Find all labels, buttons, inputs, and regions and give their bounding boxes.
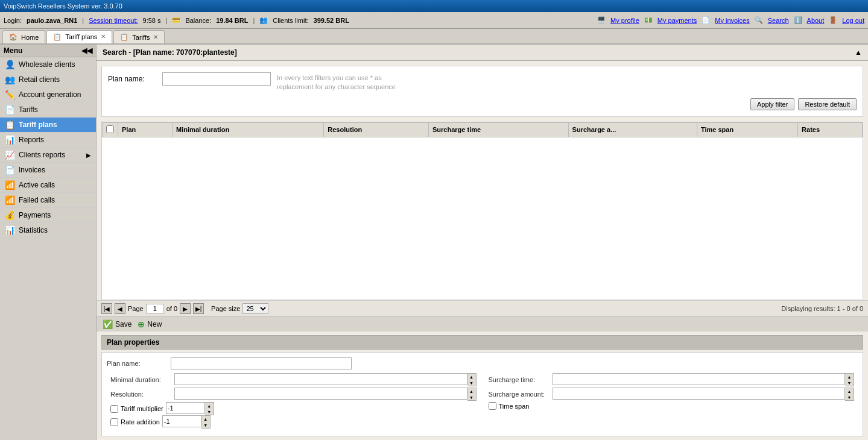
next-page-button[interactable]: ▶ xyxy=(180,303,191,314)
tab-home-label: Home xyxy=(21,34,39,41)
rate-addition-down[interactable]: ▼ xyxy=(201,422,210,428)
sidebar-item-retail-clients[interactable]: 👥 Retail clients xyxy=(0,72,96,87)
sidebar-item-reports[interactable]: 📊 Reports xyxy=(0,133,96,148)
rate-addition-checkbox[interactable] xyxy=(110,418,118,426)
sidebar-item-active-calls[interactable]: 📶 Active calls xyxy=(0,178,96,193)
last-page-button[interactable]: ▶| xyxy=(193,303,204,314)
sidebar-label-retail-clients: Retail clients xyxy=(19,75,60,84)
minimal-duration-up[interactable]: ▲ xyxy=(467,374,476,380)
col-surcharge-amount: Surcharge a... xyxy=(568,122,697,137)
tariff-multiplier-input[interactable] xyxy=(166,402,205,414)
plan-name-input[interactable] xyxy=(162,72,271,86)
table-header-row: Plan Minimal duration Resolution Surchar… xyxy=(103,122,863,137)
plan-name-field[interactable] xyxy=(171,357,352,369)
sidebar-item-payments[interactable]: 💰 Payments xyxy=(0,208,96,223)
prev-page-button[interactable]: ◀ xyxy=(115,303,125,314)
username: paulo.zava_RN1 xyxy=(27,17,77,24)
sidebar-label-clients-reports: Clients reports xyxy=(19,151,65,159)
select-all-checkbox[interactable] xyxy=(106,125,114,133)
time-span-checkbox[interactable] xyxy=(489,402,496,410)
resolution-input[interactable] xyxy=(174,388,467,400)
my-payments-link[interactable]: My payments xyxy=(657,17,697,24)
sidebar: Menu ◀◀ 👤 Wholesale clients 👥 Retail cli… xyxy=(0,45,97,440)
sidebar-label-wholesale-clients: Wholesale clients xyxy=(19,60,75,69)
tariffs-tab-icon: 📋 xyxy=(120,33,128,41)
resolution-down[interactable]: ▼ xyxy=(467,394,476,400)
sidebar-item-clients-reports[interactable]: 📈 Clients reports ▶ xyxy=(0,148,96,163)
surcharge-time-spinner: ▲ ▼ xyxy=(553,373,855,386)
balance-label: Balance: xyxy=(185,17,211,24)
resolution-up[interactable]: ▲ xyxy=(467,388,476,394)
new-action[interactable]: ⊕ New xyxy=(138,319,162,329)
plan-name-label: Plan name: xyxy=(108,72,156,83)
sidebar-item-invoices[interactable]: 📄 Invoices xyxy=(0,163,96,178)
tab-tariffs-close[interactable]: ✕ xyxy=(153,34,158,40)
rate-addition-input[interactable] xyxy=(162,415,201,427)
sidebar-header: Menu ◀◀ xyxy=(0,45,96,57)
balance-icon: 💳 xyxy=(172,16,180,24)
time-span-label: Time span xyxy=(499,403,530,410)
tariff-multiplier-checkbox[interactable] xyxy=(110,405,118,413)
tab-tariff-plans[interactable]: 📋 Tariff plans ✕ xyxy=(46,30,112,43)
tariff-multiplier-spinner: ▲ ▼ xyxy=(166,402,214,415)
page-input[interactable] xyxy=(146,304,164,313)
clients-limit-icon: 👥 xyxy=(259,16,268,24)
table-area: Plan Minimal duration Resolution Surchar… xyxy=(101,122,863,300)
tab-tariffs[interactable]: 📋 Tariffs ✕ xyxy=(113,30,165,43)
first-page-button[interactable]: |◀ xyxy=(101,303,112,314)
session-time: 9:58 s xyxy=(143,17,161,24)
logout-link[interactable]: Log out xyxy=(842,17,864,24)
home-icon: 🏠 xyxy=(9,33,17,41)
sidebar-item-wholesale-clients[interactable]: 👤 Wholesale clients xyxy=(0,57,96,72)
minimal-duration-label: Minimal duration: xyxy=(110,376,171,383)
sidebar-collapse-icon[interactable]: ◀◀ xyxy=(81,46,92,55)
surcharge-time-down[interactable]: ▼ xyxy=(845,380,854,386)
minimal-duration-spinner: ▲ ▼ xyxy=(174,373,477,386)
surcharge-time-up[interactable]: ▲ xyxy=(845,374,854,380)
save-action[interactable]: ✅ Save xyxy=(103,319,131,329)
rate-addition-spinner: ▲ ▼ xyxy=(162,415,211,429)
surcharge-amount-row: Surcharge amount: ▲ ▼ xyxy=(489,388,855,401)
surcharge-amount-label: Surcharge amount: xyxy=(489,391,549,398)
sidebar-label-payments: Payments xyxy=(19,211,51,219)
tariffs-icon: 📄 xyxy=(5,105,15,115)
sidebar-item-account-generation[interactable]: ✏️ Account generation xyxy=(0,87,96,102)
apply-filter-button[interactable]: Apply filter xyxy=(750,98,794,110)
resolution-label: Resolution: xyxy=(110,391,171,398)
sidebar-item-tariff-plans[interactable]: 📋 Tariff plans xyxy=(0,118,96,133)
my-profile-link[interactable]: My profile xyxy=(610,17,639,24)
time-span-row: Time span xyxy=(489,402,855,410)
titlebar: VoipSwitch Resellers System ver. 3.0.70 xyxy=(0,0,868,12)
plan-properties: Plan properties Plan name: Minimal durat… xyxy=(97,332,868,440)
scroll-up-icon[interactable]: ▲ xyxy=(855,48,862,57)
my-invoices-link[interactable]: My invoices xyxy=(715,17,749,24)
tab-tariff-plans-close[interactable]: ✕ xyxy=(101,34,106,40)
rate-addition-row: Rate addition ▲ ▼ xyxy=(110,415,477,429)
tariff-plans-tab-icon: 📋 xyxy=(53,33,62,41)
my-invoices-icon: 📄 xyxy=(702,16,710,24)
surcharge-amount-down[interactable]: ▼ xyxy=(845,394,854,400)
sidebar-item-failed-calls[interactable]: 📶 Failed calls xyxy=(0,193,96,208)
app-title: VoipSwitch Resellers System ver. 3.0.70 xyxy=(4,2,122,10)
active-calls-icon: 📶 xyxy=(5,180,15,190)
login-label: Login: xyxy=(4,17,22,24)
surcharge-amount-up[interactable]: ▲ xyxy=(845,388,854,394)
tariff-multiplier-up[interactable]: ▲ xyxy=(205,403,214,409)
tariff-multiplier-down[interactable]: ▼ xyxy=(205,409,214,415)
surcharge-amount-input[interactable] xyxy=(553,388,846,400)
logout-icon: 🚪 xyxy=(829,16,837,24)
minimal-duration-input[interactable] xyxy=(174,373,467,385)
sidebar-label-active-calls: Active calls xyxy=(19,181,55,189)
about-link[interactable]: About xyxy=(807,17,825,24)
rate-addition-up[interactable]: ▲ xyxy=(201,416,210,422)
tab-home[interactable]: 🏠 Home xyxy=(2,30,45,43)
search-link[interactable]: Search xyxy=(768,17,789,24)
minimal-duration-down[interactable]: ▼ xyxy=(467,380,476,386)
sidebar-item-tariffs[interactable]: 📄 Tariffs xyxy=(0,102,96,118)
col-time-span: Time span xyxy=(697,122,797,137)
sidebar-item-statistics[interactable]: 📊 Statistics xyxy=(0,223,96,238)
restore-default-button[interactable]: Restore default xyxy=(798,98,857,110)
session-timeout-link[interactable]: Session timeout: xyxy=(89,17,138,24)
surcharge-time-input[interactable] xyxy=(553,373,846,385)
page-size-select[interactable]: 10 25 50 100 xyxy=(242,303,268,314)
